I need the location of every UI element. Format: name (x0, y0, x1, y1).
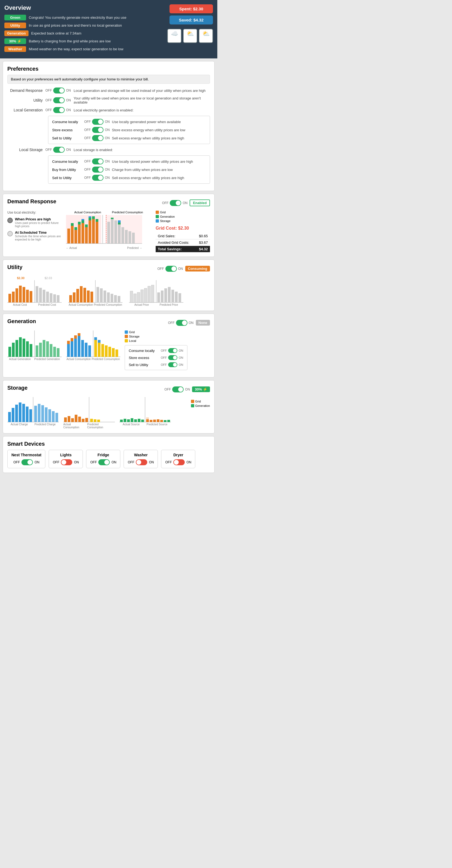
toggle-group-store-gen[interactable]: OFF ON (84, 127, 110, 133)
sub-row-consume-locally-stor: Consume locally OFF ON Use locally store… (52, 158, 206, 164)
toggle-group-consume-gen[interactable]: OFF ON (84, 119, 110, 125)
weather-icon-2: ⛅🌧 (183, 29, 197, 43)
svg-rect-86 (12, 343, 15, 357)
toggle-gen-consume[interactable] (168, 348, 177, 353)
pref-row-demand-response: Demand Response OFF ON Local generation … (7, 88, 210, 93)
svg-rect-10 (78, 222, 81, 224)
sub-row-sell-utility-gen: Sell to Utility OFF ON Sell excess energ… (52, 135, 206, 141)
legend-dot-grid (156, 211, 159, 214)
smart-devices-title: Smart Devices (7, 441, 210, 447)
desc-consume-gen: Use locally generated power when availab… (112, 120, 206, 124)
legend-label-gen-stor: Generation (195, 404, 210, 407)
toggle-demand-response[interactable] (53, 88, 65, 93)
utility-consumption-chart: Actual Consumption Predicted Consumption (68, 280, 123, 306)
svg-rect-4 (67, 228, 70, 244)
svg-rect-75 (151, 285, 154, 303)
dr-toggle-group[interactable]: OFF ON (162, 200, 187, 206)
storage-section-header: Storage OFF ON 30% ⚡ (7, 385, 210, 394)
legend-label-grid: Grid (160, 211, 166, 214)
toggle-gen-store[interactable] (168, 355, 177, 360)
generation-toggle-group[interactable]: OFF ON (168, 320, 194, 326)
radio-scheduled[interactable]: At Scheduled Time Schedule the time when… (7, 230, 62, 241)
toggle-fridge[interactable] (98, 459, 110, 465)
toggle-dryer[interactable] (173, 459, 185, 465)
toggle-buy-stor[interactable] (92, 166, 103, 173)
svg-rect-30 (122, 227, 124, 244)
toggle-consume-stor[interactable] (92, 158, 103, 164)
toggle-group-demand-response[interactable]: OFF ON (45, 88, 71, 93)
sub-label-store-gen: Store excess (52, 128, 82, 132)
toggle-group-buy-stor[interactable]: OFF ON (84, 166, 110, 173)
svg-rect-64 (110, 294, 113, 303)
toggle-store-gen[interactable] (92, 127, 103, 133)
pref-row-utility: Utility OFF ON Your utility will be used… (7, 96, 210, 104)
svg-rect-8 (74, 227, 77, 230)
gen-toggle-store[interactable]: OFF ON (161, 355, 183, 360)
svg-rect-101 (67, 344, 70, 357)
toggle-group-sell-gen[interactable]: OFF ON (84, 135, 110, 141)
generation-toggle[interactable] (176, 320, 187, 326)
storage-status-badge: 30% ⚡ (192, 386, 210, 392)
svg-rect-15 (85, 224, 88, 227)
svg-rect-17 (89, 218, 91, 220)
preferences-panel: Preferences Based on your preferences we… (3, 61, 215, 191)
svg-rect-66 (118, 296, 120, 303)
toggle-group-sell-stor[interactable]: OFF ON (84, 175, 110, 181)
sub-label-sell-gen: Sell to Utility (52, 136, 82, 140)
toggle-group-local-gen[interactable]: OFF ON (45, 107, 71, 113)
toggle-group-consume-stor[interactable]: OFF ON (84, 158, 110, 164)
svg-rect-147 (94, 419, 96, 422)
toggle-sell-gen[interactable] (92, 135, 103, 141)
toggle-washer[interactable] (136, 459, 147, 465)
legend-dot-gen-stor (191, 404, 194, 407)
svg-rect-94 (43, 340, 45, 357)
storage-toggle-group[interactable]: OFF ON (164, 386, 190, 393)
svg-rect-46 (43, 290, 45, 303)
utility-toggle-group[interactable]: OFF ON (158, 266, 183, 272)
svg-rect-119 (112, 348, 115, 357)
overview-row-battery: 30% ⚡ Battery is charging from the grid … (4, 38, 163, 44)
svg-rect-118 (108, 347, 111, 357)
svg-rect-53 (69, 295, 72, 303)
device-card-dryer: Dryer OFF ON (161, 450, 195, 468)
toggle-group-local-storage[interactable]: OFF ON (45, 147, 71, 153)
storage-toggle[interactable] (172, 386, 184, 393)
svg-rect-13 (82, 219, 84, 220)
svg-rect-117 (105, 345, 107, 357)
toggle-group-utility[interactable]: OFF ON (45, 97, 71, 103)
gen-toggle-consume[interactable]: OFF ON (161, 348, 183, 353)
device-card-lights: Lights OFF ON (49, 450, 83, 468)
svg-rect-103 (71, 341, 73, 357)
svg-rect-82 (179, 293, 181, 303)
radio-when-prices[interactable]: When Prices are high Uses past prices to… (7, 217, 62, 228)
toggle-lights[interactable] (61, 459, 72, 465)
generation-charts: Actual Generation Predicted Generation (7, 331, 120, 361)
svg-rect-77 (161, 290, 164, 303)
toggle-nest[interactable] (22, 459, 33, 465)
svg-rect-16 (89, 220, 91, 244)
dr-chart-area: Actual Consumption Predicted Consumption (66, 211, 151, 252)
svg-rect-62 (103, 290, 106, 303)
gen-toggle-sell[interactable]: OFF ON (161, 362, 183, 367)
toggle-local-storage[interactable] (53, 147, 65, 153)
utility-toggle[interactable] (165, 266, 177, 272)
toggle-local-gen[interactable] (53, 107, 65, 113)
storage-chart1-label1: Actual Charge (10, 423, 28, 426)
svg-rect-108 (78, 333, 80, 336)
toggle-sell-stor[interactable] (92, 175, 103, 181)
savings-value-grid-sales: $0.65 (195, 233, 210, 240)
toggle-utility[interactable] (53, 97, 65, 103)
device-name-washer: Washer (128, 453, 154, 457)
toggle-consume-gen[interactable] (92, 119, 103, 125)
toggle-gen-sell[interactable] (168, 362, 177, 367)
svg-rect-47 (46, 291, 49, 303)
storage-legend: Grid Generation (191, 397, 210, 407)
gen-chart1-label2: Predicted Generation (34, 358, 60, 361)
utility-cost-label2: Predicted Cost (38, 303, 56, 306)
utility-amount1: $2.30 (17, 276, 25, 280)
badge-generation: Generation (4, 30, 29, 36)
svg-rect-128 (26, 407, 29, 422)
utility-cons-label2: Predicted Consumption (94, 303, 122, 306)
dr-toggle[interactable] (170, 200, 181, 206)
demand-response-panel: Demand Response OFF ON Enabled Use local… (3, 194, 215, 257)
